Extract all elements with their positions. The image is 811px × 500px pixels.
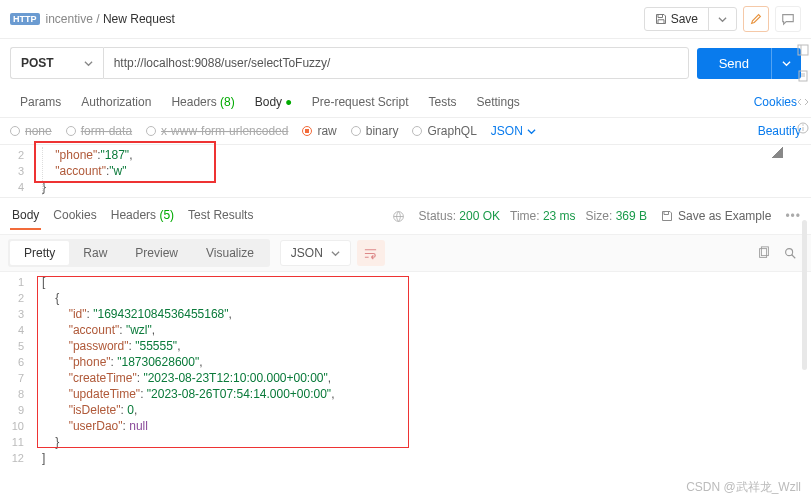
- tab-settings[interactable]: Settings: [467, 87, 530, 117]
- more-icon[interactable]: •••: [785, 209, 801, 223]
- save-dropdown[interactable]: [708, 8, 736, 30]
- watermark: CSDN @武祥龙_Wzll: [686, 479, 801, 496]
- request-body-editor[interactable]: 234 "phone":"187", "account":"w"}: [0, 145, 811, 197]
- wrap-lines-icon[interactable]: [357, 240, 385, 266]
- response-format-dropdown[interactable]: JSON: [280, 240, 351, 266]
- view-preview[interactable]: Preview: [121, 241, 192, 265]
- code-icon[interactable]: [797, 96, 809, 108]
- tab-body[interactable]: Body •: [245, 87, 302, 117]
- modified-dot-icon: •: [285, 93, 291, 113]
- view-raw[interactable]: Raw: [69, 241, 121, 265]
- search-icon[interactable]: [777, 240, 803, 266]
- copy-icon[interactable]: [751, 240, 777, 266]
- radio-urlencoded[interactable]: x-www-form-urlencoded: [146, 124, 288, 138]
- resp-tab-headers[interactable]: Headers (5): [109, 202, 176, 230]
- breadcrumb[interactable]: incentive / New Request: [46, 12, 175, 26]
- docs-icon[interactable]: [797, 70, 809, 82]
- status-info: Status: 200 OK Time: 23 ms Size: 369 B: [419, 209, 647, 223]
- header-bar: HTTP incentive / New Request Save: [0, 0, 811, 39]
- request-tabs: Params Authorization Headers (8) Body • …: [0, 87, 811, 118]
- view-visualize[interactable]: Visualize: [192, 241, 268, 265]
- save-button[interactable]: Save: [644, 7, 737, 31]
- fold-handle-icon[interactable]: [772, 147, 783, 158]
- method-select[interactable]: POST: [10, 47, 103, 79]
- format-dropdown[interactable]: JSON: [491, 124, 536, 138]
- globe-icon[interactable]: [392, 210, 405, 223]
- edit-icon[interactable]: [743, 6, 769, 32]
- radio-raw[interactable]: raw: [302, 124, 336, 138]
- http-badge: HTTP: [10, 13, 40, 25]
- request-name[interactable]: New Request: [103, 12, 175, 26]
- svg-point-11: [802, 124, 803, 125]
- view-pretty[interactable]: Pretty: [10, 241, 69, 265]
- send-button[interactable]: Send: [697, 48, 801, 79]
- tab-headers[interactable]: Headers (8): [161, 87, 244, 117]
- response-bar: Body Cookies Headers (5) Test Results St…: [0, 197, 811, 235]
- svg-point-3: [786, 249, 793, 256]
- radio-graphql[interactable]: GraphQL: [412, 124, 476, 138]
- save-as-example[interactable]: Save as Example: [661, 209, 771, 223]
- radio-formdata[interactable]: form-data: [66, 124, 132, 138]
- response-body-editor[interactable]: 123456789101112 [ { "id": "1694321084536…: [0, 272, 811, 468]
- info-icon[interactable]: [797, 122, 809, 134]
- comment-icon[interactable]: [775, 6, 801, 32]
- request-row: POST Send: [0, 39, 811, 87]
- svg-rect-4: [798, 45, 808, 55]
- scrollbar[interactable]: [802, 220, 807, 370]
- workspace-name[interactable]: incentive: [46, 12, 93, 26]
- radio-none[interactable]: none: [10, 124, 52, 138]
- tab-auth[interactable]: Authorization: [71, 87, 161, 117]
- radio-binary[interactable]: binary: [351, 124, 399, 138]
- tab-prerequest[interactable]: Pre-request Script: [302, 87, 419, 117]
- resp-tab-tests[interactable]: Test Results: [186, 202, 255, 230]
- resp-tab-body[interactable]: Body: [10, 202, 41, 230]
- breadcrumb-sep: /: [96, 12, 99, 26]
- url-input[interactable]: [103, 47, 689, 79]
- sidebar-icon[interactable]: [797, 44, 809, 56]
- tab-tests[interactable]: Tests: [418, 87, 466, 117]
- right-rail: [795, 38, 811, 134]
- resp-tab-cookies[interactable]: Cookies: [51, 202, 98, 230]
- view-bar: Pretty Raw Preview Visualize JSON: [0, 235, 811, 272]
- body-type-row: none form-data x-www-form-urlencoded raw…: [0, 118, 811, 145]
- tab-params[interactable]: Params: [10, 87, 71, 117]
- cookies-link[interactable]: Cookies: [750, 87, 801, 117]
